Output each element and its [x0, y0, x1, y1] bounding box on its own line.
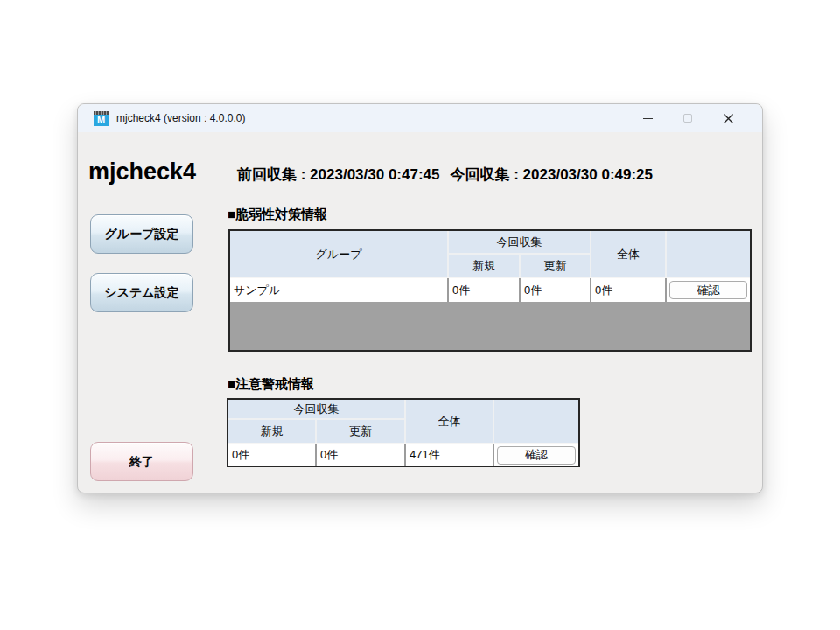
header-cell-current-collection: 今回収集 [449, 231, 590, 253]
close-button[interactable] [708, 104, 748, 132]
window-controls [627, 104, 748, 132]
cell-group-name: サンプル [230, 278, 447, 302]
current-collected-text: 今回収集 : 2023/03/30 0:49:25 [451, 166, 654, 183]
cell-new-count: 0件 [449, 278, 519, 302]
minimize-icon [643, 118, 653, 119]
cell-action: 確認 [667, 278, 750, 302]
header-cell-current-collection: 今回収集 [228, 400, 404, 418]
alert-table-row[interactable]: 0件 0件 471件 確認 [228, 443, 578, 466]
vuln-table-header: グループ 今回収集 新規 更新 全体 [230, 231, 750, 277]
cell-action: 確認 [494, 444, 578, 466]
header-cell-update: 更新 [521, 255, 590, 277]
header-cell-empty [494, 400, 578, 443]
collection-timestamps: 前回収集 : 2023/03/30 0:47:45今回収集 : 2023/03/… [237, 164, 663, 185]
header-cell-update: 更新 [317, 420, 404, 443]
header-cell-group: グループ [230, 231, 447, 277]
header-cell-empty [667, 231, 750, 277]
alert-table: 今回収集 新規 更新 全体 0件 0件 471件 確認 [227, 398, 580, 467]
alert-confirm-button[interactable]: 確認 [497, 446, 576, 465]
cell-total-count: 0件 [592, 278, 665, 302]
system-settings-button[interactable]: システム設定 [90, 273, 193, 312]
group-settings-button[interactable]: グループ設定 [90, 214, 193, 254]
header-cell-total: 全体 [592, 231, 665, 277]
app-icon: M [94, 111, 108, 126]
maximize-button[interactable] [668, 104, 708, 132]
vuln-table-row[interactable]: サンプル 0件 0件 0件 確認 [230, 277, 750, 302]
maximize-icon [683, 114, 692, 122]
vuln-table: グループ 今回収集 新規 更新 全体 サンプル 0件 0件 0件 確認 [228, 229, 752, 352]
alert-section-title: ■注意警戒情報 [228, 376, 314, 393]
alert-table-header: 今回収集 新規 更新 全体 [228, 400, 578, 443]
header-cell-total: 全体 [406, 400, 493, 443]
header-cell-new: 新規 [449, 255, 519, 277]
last-collected-text: 前回収集 : 2023/03/30 0:47:45 [237, 166, 440, 183]
cell-total-count: 471件 [406, 444, 493, 466]
app-name-heading: mjcheck4 [88, 158, 196, 186]
titlebar[interactable]: M mjcheck4 (version : 4.0.0.0) [78, 104, 762, 132]
vuln-section-title: ■脆弱性対策情報 [228, 206, 327, 223]
cell-update-count: 0件 [317, 444, 404, 466]
header-cell-new: 新規 [228, 420, 315, 443]
cell-new-count: 0件 [228, 444, 315, 466]
vuln-confirm-button[interactable]: 確認 [669, 281, 747, 299]
close-icon [723, 113, 734, 124]
app-icon-letter: M [94, 115, 108, 126]
app-window: M mjcheck4 (version : 4.0.0.0) mjcheck4 … [77, 103, 763, 494]
exit-button[interactable]: 終了 [90, 442, 193, 481]
cell-update-count: 0件 [521, 278, 590, 302]
minimize-button[interactable] [627, 104, 668, 132]
window-title: mjcheck4 (version : 4.0.0.0) [116, 112, 245, 124]
